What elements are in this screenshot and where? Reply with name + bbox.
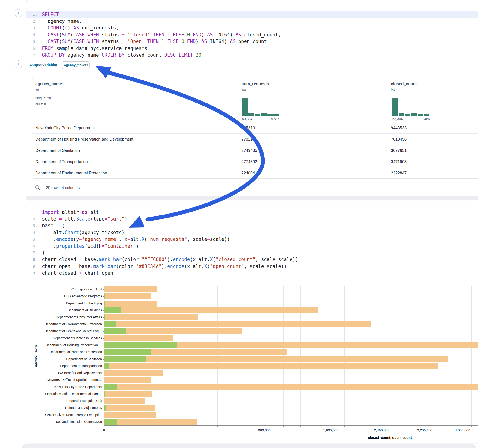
sql-code-editor[interactable]: 1⌄SELECT 2 agency_name,3 COUNT(*) AS num… <box>26 11 478 59</box>
bar-open_count <box>104 307 121 313</box>
gridline <box>217 286 218 425</box>
bar-open_count <box>104 391 105 397</box>
table-row[interactable]: New York City Police Department945313194… <box>32 122 478 134</box>
y-axis-label: Department of Sanitation <box>26 357 102 361</box>
code-text: CAST(SUM(CASE WHEN status = 'Open' THEN … <box>39 39 267 44</box>
histogram-bar <box>242 98 248 116</box>
table-cell: 3471908 <box>391 159 407 164</box>
table-cell: New York City Police Department <box>35 126 95 131</box>
histogram-max-label: 9.4e6 <box>415 117 430 121</box>
column-type: str <box>35 88 39 92</box>
bar-closed_count <box>104 321 371 327</box>
bar-closed_count <box>104 356 448 362</box>
table-row[interactable]: Department of Transportation377489234719… <box>32 156 478 167</box>
x-tick-label: 800,000 <box>258 428 270 432</box>
y-axis-label: Operations Unit - Department of Hom… <box>26 392 102 396</box>
code-text: FROM sample_data.nyc.service_requests <box>39 46 147 51</box>
histogram-bar <box>399 113 404 116</box>
dataframe-preview: agency_namestrunique: 20nulls: 0num_requ… <box>32 77 478 179</box>
gridline <box>382 286 382 425</box>
table-cell: Department of Sanitation <box>35 148 80 153</box>
table-row[interactable]: Department of Sanitation37494853677651 <box>32 145 478 156</box>
gridline <box>331 286 331 425</box>
histogram-bar <box>411 113 417 116</box>
code-line[interactable]: 5 CAST(SUM(CASE WHEN status = 'Open' THE… <box>26 38 478 45</box>
gridline <box>184 286 184 425</box>
histogram-bar <box>418 114 423 116</box>
bar-open_count <box>104 328 126 334</box>
gridline <box>316 286 316 425</box>
add-cell-button-middle[interactable]: + <box>14 60 22 68</box>
code-line[interactable]: 7GROUP BY agency_name ORDER BY closed_co… <box>26 52 478 58</box>
code-text: SELECT <box>39 12 62 17</box>
code-line[interactable]: 6FROM sample_data.nyc.service_requests <box>26 45 478 52</box>
table-cell: 3749485 <box>241 148 257 153</box>
table-shape-label: 20 rows, 4 columns <box>46 186 80 190</box>
bar-closed_count <box>104 412 156 418</box>
gridline <box>301 286 301 425</box>
gridline <box>444 286 444 425</box>
y-axis-label: New York City Police Department <box>26 385 102 389</box>
histogram-bar <box>392 98 398 116</box>
bar-open_count <box>104 356 146 362</box>
table-cell: 2240041 <box>241 171 257 175</box>
code-line[interactable]: 4 CAST(SUM(CASE WHEN status = 'Closed' T… <box>26 31 478 38</box>
altair-chart: Correspondence UnitDHS Advantage Program… <box>26 206 478 443</box>
line-number: 1⌄ <box>26 12 39 17</box>
gridline <box>345 286 345 425</box>
table-cell: 7618456 <box>391 137 407 142</box>
output-variable-chip[interactable]: agency_tickets <box>62 61 90 69</box>
histogram-min-label: 53,304 <box>392 117 403 121</box>
sql-cell: 1⌄SELECT 2 agency_name,3 COUNT(*) AS num… <box>26 7 478 200</box>
collapse-chevron-icon[interactable]: ⌄ <box>36 13 37 16</box>
y-axis-label: Mayorâ€ s Office of Special Enforce… <box>26 378 102 382</box>
gridline <box>463 286 463 425</box>
gridline <box>393 286 393 425</box>
y-axis-label: Department of Health and Mental Hyg… <box>26 329 102 333</box>
y-axis-label: Taxi and Limousine Commission <box>26 420 102 423</box>
y-axis-label: Department of Buildings <box>26 308 102 312</box>
line-number: 3 <box>26 26 39 30</box>
bar-closed_count <box>104 300 157 306</box>
x-tick-major <box>331 425 331 427</box>
table-cell: 2222847 <box>391 171 407 175</box>
column-header-agency_name[interactable]: agency_name <box>35 81 62 87</box>
y-axis-label: HRA Benefit Card Replacement <box>26 371 102 375</box>
bar-closed_count <box>104 391 152 397</box>
bar-closed_count <box>104 293 151 299</box>
table-row[interactable]: Department of Housing Preservation and D… <box>32 133 478 145</box>
code-line[interactable]: 2 agency_name, <box>26 18 478 25</box>
y-axis-label: Department of Consumer Affairs <box>26 315 102 319</box>
x-tick-major <box>264 425 264 427</box>
column-header-closed_count[interactable]: closed_count <box>391 81 417 87</box>
add-cell-button-top[interactable]: + <box>14 9 22 17</box>
bar-closed_count <box>104 384 478 390</box>
code-line[interactable]: 3 COUNT(*) AS num_requests, <box>26 25 478 31</box>
code-line[interactable]: 1⌄SELECT <box>26 11 478 18</box>
bar-open_count <box>104 363 109 369</box>
line-number: 4 <box>26 32 39 37</box>
line-number: 6 <box>26 46 39 50</box>
bar-closed_count <box>104 335 173 341</box>
bar-closed_count <box>104 398 145 404</box>
y-axis-label: Refunds and Adjustments <box>26 406 102 410</box>
table-cell: 7782211 <box>241 137 257 142</box>
y-axis-label: Personal Exemption Unit <box>26 399 102 403</box>
search-icon[interactable] <box>35 185 40 190</box>
bar-open_count <box>104 314 105 320</box>
cell-collapsed-footer[interactable] <box>26 196 478 200</box>
table-cell: 3774892 <box>241 159 257 164</box>
output-variable-label: Output variable: <box>30 63 57 67</box>
python-cell: 1import altair as alt2scale = alt.Scale(… <box>26 206 478 443</box>
column-header-num_requests[interactable]: num_requests <box>241 81 269 87</box>
bar-closed_count <box>104 286 157 292</box>
text-cursor <box>65 12 65 17</box>
line-number: 5 <box>26 39 39 44</box>
y-axis-label: Department for the Aging <box>26 301 102 305</box>
x-tick-label: 4,000,000 <box>455 428 470 432</box>
histogram-min-label: 53,304 <box>242 117 252 121</box>
line-number: 2 <box>26 19 39 24</box>
bar-open_count <box>104 349 151 355</box>
bar-open_count <box>104 321 116 327</box>
table-row[interactable]: Department of Environmental Protection22… <box>32 167 478 179</box>
